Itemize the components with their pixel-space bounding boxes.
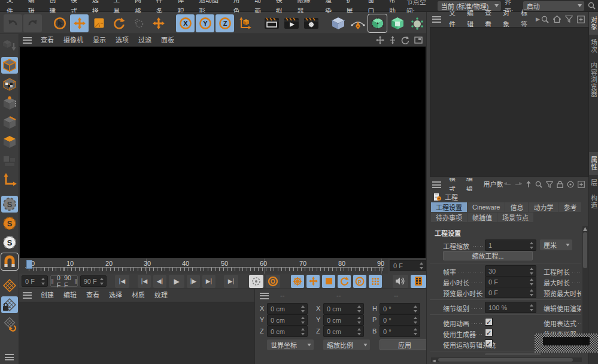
primitive-cube-button[interactable] [329, 14, 347, 32]
snap-3d-button[interactable]: S [1, 234, 18, 251]
generator-cube-button[interactable] [388, 14, 406, 32]
project-scale-unit-select[interactable]: 厘米 [540, 239, 572, 250]
planar-workplane-button[interactable] [1, 316, 18, 332]
last-tool-used[interactable] [129, 14, 148, 32]
tab-cineware[interactable]: Cineware [468, 202, 505, 212]
end-frame-field[interactable]: 90 F [80, 275, 107, 287]
move-axis-tool[interactable] [149, 14, 168, 32]
previous-key-button[interactable]: |◀ [138, 275, 151, 288]
subdivision-surface-button[interactable] [368, 14, 387, 32]
dock-tab-structure[interactable]: 构造 [589, 190, 598, 213]
undo-button[interactable] [4, 14, 22, 32]
vp-menu-panel[interactable]: 面板 [157, 34, 178, 46]
spinner-arrows-icon[interactable] [357, 317, 362, 324]
spline-pen-button[interactable] [348, 14, 367, 32]
next-key-button[interactable]: ▶| [202, 275, 215, 288]
mat-menu-select[interactable]: 选择 [105, 290, 126, 301]
tab-frame-interpolation[interactable]: 帧插值 [468, 213, 497, 222]
scale-y-field[interactable]: 0 cm [323, 314, 364, 326]
dock-tab-objects[interactable]: 对象 [589, 12, 598, 35]
fps-field[interactable]: 30 [485, 265, 536, 277]
am-menu-edit[interactable]: 编辑 [462, 178, 478, 191]
rot-p-field[interactable]: 0 ° [380, 314, 420, 326]
project-scale-field[interactable]: 1 [485, 239, 536, 251]
mat-menu-texture[interactable]: 纹理 [150, 290, 172, 301]
coordinates-menu-handle[interactable] [260, 293, 269, 299]
min-time-field[interactable]: 0 F [485, 276, 536, 287]
am-menu-mode[interactable]: 模式 [445, 178, 461, 191]
spinner-arrows-icon[interactable] [420, 262, 424, 269]
z-axis-lock-button[interactable]: Z [215, 14, 234, 32]
viewport-zoom-icon[interactable] [389, 36, 396, 44]
previous-frame-button[interactable]: ◀| [153, 275, 166, 288]
spinner-arrows-icon[interactable] [530, 304, 535, 311]
preview-range-display[interactable]: ‖ 0 F 90 F ‖ [50, 275, 77, 287]
parent-up-icon[interactable] [526, 181, 532, 188]
next-frame-button[interactable]: |▶ [187, 275, 200, 288]
scale-z-field[interactable]: 0 cm [323, 326, 364, 337]
enable-snap-button[interactable] [1, 253, 18, 270]
am-filter-icon[interactable] [546, 181, 553, 188]
dock-tab-takes[interactable]: 场次 [589, 35, 598, 57]
spinner-arrows-icon[interactable] [41, 278, 46, 285]
spinner-arrows-icon[interactable] [100, 278, 105, 285]
mat-menu-edit[interactable]: 编辑 [59, 290, 81, 301]
tab-project-settings[interactable]: 工程设置 [431, 202, 467, 212]
attribute-horizontal-scrollbar[interactable] [431, 357, 582, 362]
spinner-arrows-icon[interactable] [414, 317, 418, 324]
spinner-arrows-icon[interactable] [530, 268, 535, 275]
default-color-select[interactable]: 60% 灰色 [485, 353, 541, 355]
attribute-menu-handle[interactable] [432, 181, 441, 188]
model-mode-button[interactable] [1, 57, 18, 74]
goto-end-button[interactable]: ▶| [224, 275, 238, 288]
make-editable-button[interactable] [1, 38, 18, 54]
scale-tool[interactable] [90, 14, 108, 32]
y-axis-lock-button[interactable]: Y [196, 14, 214, 32]
goto-start-button[interactable]: |◀ [115, 275, 129, 288]
apply-button[interactable]: 应用 [380, 339, 430, 350]
tab-todo[interactable]: 待办事项 [431, 213, 467, 222]
edge-mode-button[interactable] [1, 114, 18, 131]
render-view-button[interactable] [262, 14, 281, 32]
tab-reference[interactable]: 参考 [558, 202, 581, 212]
key-scale-button[interactable] [322, 275, 335, 288]
workplane-button[interactable] [1, 277, 18, 294]
tab-info[interactable]: 信息 [505, 202, 528, 212]
am-target-icon[interactable] [567, 181, 574, 188]
am-search-icon[interactable] [535, 181, 542, 188]
redo-button[interactable] [23, 14, 42, 32]
coordinate-system-select[interactable]: 世界坐标 [267, 339, 314, 350]
spinner-arrows-icon[interactable] [301, 328, 306, 335]
viewport-maximize-icon[interactable] [414, 37, 423, 44]
use-animation-checkbox[interactable] [485, 318, 493, 326]
key-parameter-button[interactable]: P [353, 275, 366, 288]
search-icon[interactable] [588, 2, 596, 10]
key-rotation-button[interactable] [338, 275, 351, 288]
dock-tab-layers[interactable]: 层 [589, 175, 598, 190]
key-position-button[interactable] [306, 275, 320, 288]
play-button[interactable]: ▶ [169, 275, 184, 288]
am-menu-userdata[interactable]: 用户数据 [479, 179, 503, 190]
spinner-arrows-icon[interactable] [301, 317, 306, 324]
material-menu-handle[interactable] [23, 292, 32, 299]
spinner-arrows-icon[interactable] [357, 328, 362, 335]
pos-x-field[interactable]: 0 cm [267, 303, 308, 314]
object-manager-menu-handle[interactable] [432, 16, 441, 23]
pos-y-field[interactable]: 0 cm [267, 314, 308, 326]
use-motion-clips-checkbox[interactable] [485, 339, 493, 347]
vp-menu-filter[interactable]: 过滤 [134, 34, 156, 46]
viewport-rotate-icon[interactable] [401, 36, 409, 44]
record-keyframe-button[interactable] [249, 275, 263, 288]
snap-disabled-button[interactable]: S [1, 196, 18, 213]
mat-menu-create[interactable]: 创建 [37, 290, 58, 301]
scrollbar-thumb[interactable] [583, 232, 587, 268]
x-axis-lock-button[interactable]: X [176, 14, 195, 32]
preview-render-button[interactable] [411, 275, 426, 288]
spinner-arrows-icon[interactable] [530, 242, 535, 249]
history-back-icon[interactable] [504, 181, 511, 187]
am-add-icon[interactable] [578, 181, 585, 188]
scale-mode-select[interactable]: 缩放比例 [323, 339, 370, 350]
dock-tab-attributes[interactable]: 属性 [589, 152, 598, 175]
keyframe-selection-button[interactable] [291, 275, 304, 288]
viewport-menu-handle[interactable] [23, 37, 32, 44]
